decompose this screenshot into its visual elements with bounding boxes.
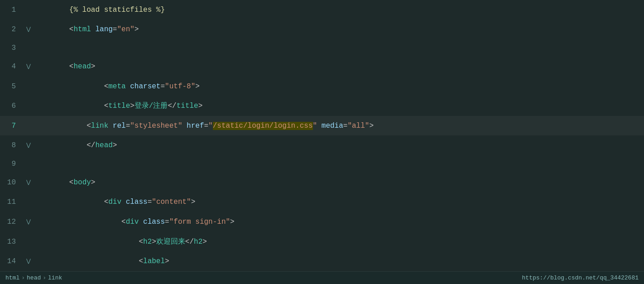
breadcrumb-item-html: html xyxy=(5,274,19,281)
line-number-1: 1 xyxy=(0,1,25,19)
fold-arrow-10[interactable]: ⋁ xyxy=(25,174,32,191)
breadcrumb: html › head › link xyxy=(5,274,62,281)
breadcrumb-item-head: head xyxy=(27,274,41,281)
line-number-11: 11 xyxy=(0,193,25,211)
token-attr-2: lang xyxy=(95,25,112,34)
line-number-4: 4 xyxy=(0,58,25,75)
line-number-8: 8 xyxy=(0,137,25,154)
fold-arrow-9 xyxy=(25,155,32,173)
line-number-10: 10 xyxy=(0,174,25,191)
editor-area: 1 {% load staticfiles %} 2 ⋁ <html lang=… xyxy=(0,0,644,271)
breadcrumb-sep-1: › xyxy=(21,274,25,281)
fold-arrow-1[interactable] xyxy=(25,1,32,19)
fold-arrow-8[interactable]: ⋁ xyxy=(25,137,32,154)
line-number-5: 5 xyxy=(0,78,25,95)
line-content-14: <label> xyxy=(32,236,644,271)
token-str-2: "en" xyxy=(117,25,134,34)
fold-arrow-12[interactable]: ⋁ xyxy=(25,213,32,231)
fold-arrow-11 xyxy=(25,193,32,211)
breadcrumb-item-link: link xyxy=(48,274,62,281)
line-number-14: 14 xyxy=(0,253,25,270)
fold-arrow-2[interactable]: ⋁ xyxy=(25,21,32,38)
status-url: https://blog.csdn.net/qq_34422681 xyxy=(522,274,639,281)
status-bar: html › head › link https://blog.csdn.net… xyxy=(0,271,644,284)
line-number-2: 2 xyxy=(0,21,25,38)
fold-arrow-3 xyxy=(25,39,32,57)
token-lt-2: < xyxy=(69,25,74,34)
fold-arrow-5 xyxy=(25,78,32,95)
code-container: 1 {% load staticfiles %} 2 ⋁ <html lang=… xyxy=(0,0,644,271)
line-number-7: 7 xyxy=(0,117,25,135)
code-line-14: 14 ⋁ <label> xyxy=(0,251,644,271)
code-line-2: 2 ⋁ <html lang="en"> xyxy=(0,20,644,40)
token-tag-2: html xyxy=(73,25,91,34)
code-line-8: 8 ⋁ </head> xyxy=(0,135,644,155)
breadcrumb-sep-2: › xyxy=(43,274,46,281)
fold-arrow-13 xyxy=(25,233,32,250)
line-number-12: 12 xyxy=(0,213,25,231)
line-number-3: 3 xyxy=(0,39,25,57)
fold-arrow-6 xyxy=(25,97,32,115)
line-number-6: 6 xyxy=(0,97,25,115)
token-gt-2: > xyxy=(135,25,139,34)
fold-arrow-4[interactable]: ⋁ xyxy=(25,58,32,75)
line-number-9: 9 xyxy=(0,155,25,173)
fold-arrow-7 xyxy=(25,117,32,135)
fold-arrow-14[interactable]: ⋁ xyxy=(25,253,32,270)
line-number-13: 13 xyxy=(0,233,25,250)
